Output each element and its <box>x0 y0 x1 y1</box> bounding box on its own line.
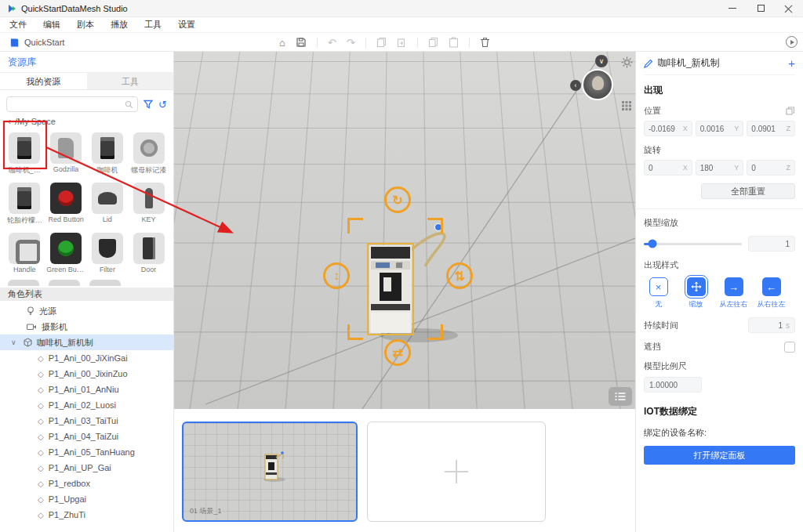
asset-item-filter[interactable]: Filter <box>88 233 128 273</box>
model-scale-input[interactable]: 1 <box>748 236 795 252</box>
delete-trash-icon[interactable] <box>480 37 490 48</box>
add-scene-card[interactable] <box>367 422 546 522</box>
menu-play[interactable]: 播放 <box>111 19 128 31</box>
back-chevron-icon[interactable]: ‹ <box>8 116 11 127</box>
role-child-item[interactable]: ◇P1_Ani_02_Luosi <box>0 397 173 413</box>
appear-style-right-to-left[interactable]: ← 从右往左 <box>757 277 786 309</box>
appear-style-left-to-right[interactable]: → 从左往右 <box>719 277 748 309</box>
home-icon[interactable]: ⌂ <box>279 38 285 48</box>
duration-input[interactable]: 1 s <box>748 317 795 333</box>
menu-tools[interactable]: 工具 <box>144 19 162 31</box>
open-binding-panel-button[interactable]: 打开绑定面板 <box>644 446 795 465</box>
menu-settings[interactable]: 设置 <box>178 19 195 31</box>
role-child-item[interactable]: ◇P1_redbox <box>0 476 173 491</box>
appear-style-scale[interactable]: 缩放 <box>681 277 710 309</box>
asset-item-coffeemachine[interactable]: 咖啡机 <box>88 132 128 176</box>
occlusion-checkbox[interactable] <box>784 342 795 353</box>
role-child-item[interactable]: ◇P1_Ani_01_AnNiu <box>0 382 173 397</box>
role-child-item[interactable]: ◇P1_Upgai <box>0 491 173 507</box>
asset-item-door[interactable]: Door <box>129 233 169 273</box>
role-child-item[interactable]: ◇P1_Ani_03_TaiTui <box>0 413 173 429</box>
play-button[interactable] <box>786 36 798 48</box>
role-child-item[interactable]: ◇P1_Ani_04_TaiZui <box>0 429 173 444</box>
position-y-input[interactable]: 0.0016Y <box>696 121 744 136</box>
prev-chevron-icon[interactable]: ‹ <box>570 80 581 91</box>
minimize-button[interactable] <box>718 0 747 16</box>
role-item-coffeemachine[interactable]: ∨ 咖啡机_新机制 <box>0 335 173 350</box>
role-child-item[interactable]: ◇P1_Ani_00_JixinZuo <box>0 366 173 382</box>
breadcrumb-path: /My Space <box>15 117 56 126</box>
rotation-z-input[interactable]: 0Z <box>747 160 795 176</box>
filter-funnel-icon[interactable] <box>144 100 153 109</box>
breadcrumb[interactable]: ‹ /My Space <box>8 116 165 127</box>
close-button[interactable] <box>775 0 803 16</box>
paste-icon[interactable] <box>449 37 459 48</box>
role-child-item[interactable]: ◇P1_Ani_00_JiXinGai <box>0 350 173 366</box>
view-grid-icon[interactable] <box>621 100 632 111</box>
import-scene-icon[interactable] <box>376 37 387 48</box>
rotate-gizmo[interactable]: ↻ <box>384 186 411 213</box>
collapse-chevron-icon[interactable]: ∨ <box>595 55 608 67</box>
scene-thumbnail-1[interactable]: 01 场景_1 <box>182 422 358 522</box>
asset-item-godzilla[interactable]: Godzilla <box>46 132 86 176</box>
role-item-light[interactable]: 光源 <box>0 303 173 319</box>
node-icon: ◇ <box>38 448 44 457</box>
scale-ruler-input[interactable]: 1.00000 <box>644 377 702 393</box>
save-icon[interactable] <box>296 37 307 48</box>
maximize-button[interactable] <box>747 0 775 16</box>
asset-thumbnail[interactable] <box>49 280 80 286</box>
edit-pencil-icon[interactable] <box>644 59 653 68</box>
export-scene-icon[interactable] <box>397 37 407 48</box>
role-item-camera[interactable]: 摄影机 <box>0 319 173 335</box>
scene-list-button[interactable] <box>609 387 632 406</box>
add-component-icon[interactable]: + <box>788 56 795 70</box>
undo-icon[interactable]: ↶ <box>328 38 336 48</box>
slider-knob[interactable] <box>649 240 657 248</box>
move-updown-gizmo[interactable]: ⇅ <box>446 262 473 289</box>
refresh-icon[interactable]: ↺ <box>158 99 167 110</box>
menu-script[interactable]: 剧本 <box>77 19 94 31</box>
role-child-item[interactable]: ◇P1_Ani_UP_Gai <box>0 460 173 476</box>
node-icon: ◇ <box>38 417 44 425</box>
style-none-icon: × <box>649 277 668 296</box>
viewport-settings-gear-icon[interactable] <box>621 56 633 68</box>
project-tab[interactable]: QuickStart <box>9 35 64 49</box>
tree-expand-icon[interactable]: ∨ <box>11 338 16 346</box>
tab-my-resources[interactable]: 我的资源 <box>0 73 87 89</box>
search-box[interactable] <box>6 96 138 112</box>
asset-item-green-button[interactable]: Green But… <box>46 233 86 273</box>
redo-icon[interactable]: ↷ <box>347 38 355 48</box>
role-child-item[interactable]: ◇P1_Ani_05_TanHuang <box>0 444 173 460</box>
asset-thumbnail[interactable] <box>89 280 121 286</box>
position-z-input[interactable]: 0.0901Z <box>747 121 795 136</box>
rotation-y-input[interactable]: 180Y <box>696 160 744 176</box>
menu-edit[interactable]: 编辑 <box>43 19 60 31</box>
asset-item-red-button[interactable]: Red Button <box>46 183 86 226</box>
asset-item-handle[interactable]: Handle <box>5 233 45 273</box>
asset-item-coffeemachine-new[interactable]: 咖啡机_… <box>5 132 45 176</box>
camera-icon <box>27 323 37 331</box>
position-x-input[interactable]: -0.0169X <box>644 121 692 136</box>
asset-item-nut-paint[interactable]: 螺母标记漆 <box>129 132 169 176</box>
app-logo-icon <box>7 4 16 13</box>
viewport-3d[interactable]: ↻ ↕ ⇅ ⇄ ∨ ‹ <box>174 52 635 409</box>
role-child-item[interactable]: ◇P1_ZhuTi <box>0 507 173 523</box>
camera-preview-avatar[interactable] <box>582 69 613 100</box>
reset-all-button[interactable]: 全部重置 <box>701 183 795 199</box>
rotation-x-input[interactable]: 0X <box>644 160 692 176</box>
appear-style-none[interactable]: × 无 <box>644 277 673 309</box>
asset-thumbnail[interactable] <box>8 280 39 286</box>
menu-file[interactable]: 文件 <box>9 19 27 31</box>
asset-item-key[interactable]: KEY <box>129 183 169 226</box>
copy-transform-icon[interactable] <box>786 107 795 115</box>
move-horizontal-gizmo[interactable]: ⇄ <box>384 339 411 366</box>
asset-item-lid[interactable]: Lid <box>88 183 128 226</box>
move-vertical-gizmo[interactable]: ↕ <box>323 262 350 289</box>
asset-item-tire[interactable]: 轮胎柠檬… <box>5 183 45 226</box>
tab-tools[interactable]: 工具 <box>87 73 174 89</box>
search-input[interactable] <box>11 100 125 109</box>
node-icon: ◇ <box>38 354 44 363</box>
toolbar-separator <box>417 38 418 48</box>
copy-icon[interactable] <box>428 37 438 48</box>
model-scale-slider[interactable] <box>644 243 742 245</box>
